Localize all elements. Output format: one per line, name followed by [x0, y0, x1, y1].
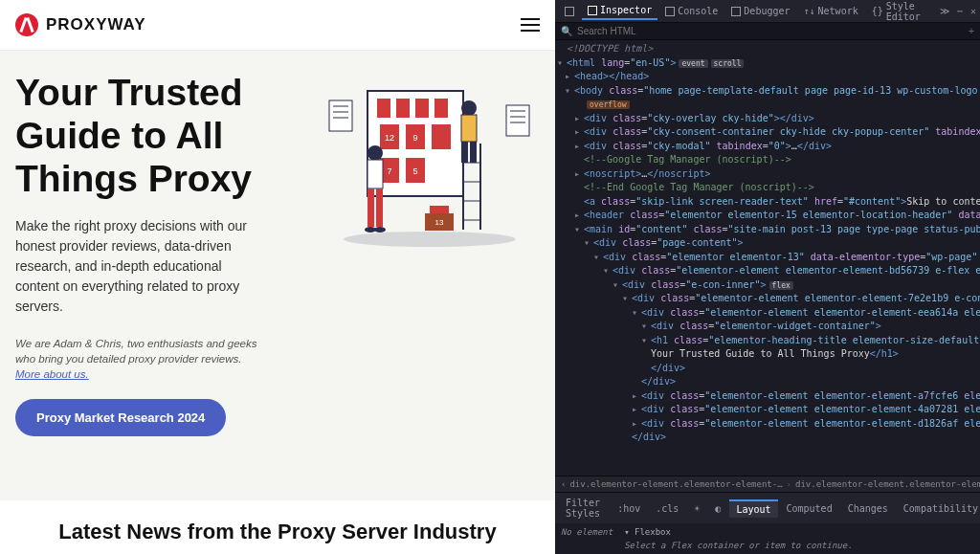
tree-node[interactable]: ▾<div class="elementor-element elementor…: [555, 306, 980, 321]
tree-node[interactable]: ▸<div class="elementor-element elementor…: [555, 389, 980, 404]
tree-node[interactable]: ▾<div class="elementor elementor-13" dat…: [555, 251, 980, 265]
news-section-title: Latest News from the Proxy Server Indust…: [0, 500, 555, 554]
tree-node[interactable]: ▾<body class="home page-template-default…: [555, 84, 980, 99]
tree-node[interactable]: ▸<div class="elementor-element elementor…: [555, 417, 980, 432]
tab-console[interactable]: Console: [659, 3, 724, 19]
tab-inspector[interactable]: Inspector: [582, 2, 657, 20]
svg-rect-9: [432, 124, 451, 149]
svg-text:7: 7: [387, 166, 391, 176]
hero-title: Your Trusted Guide to All Things Proxy: [15, 72, 301, 201]
devtools-bottom-panel: Filter Styles :hov .cls ☀ ◐ Layout Compu…: [555, 492, 980, 554]
btab-compat[interactable]: Compatibility: [897, 500, 980, 517]
svg-rect-3: [415, 99, 429, 118]
hero-illustration: 12 9 7 5: [320, 72, 540, 282]
hero-section: Your Trusted Guide to All Things Proxy M…: [0, 51, 555, 500]
svg-rect-18: [506, 105, 529, 136]
hero-subtext: We are Adam & Chris, two enthusiasts and…: [15, 336, 264, 382]
tree-node[interactable]: ▾<div class="e-con-inner">flex: [555, 278, 980, 293]
element-picker-icon[interactable]: [559, 4, 580, 19]
tree-node[interactable]: </div>: [555, 375, 980, 389]
svg-text:5: 5: [412, 166, 417, 176]
btab-changes[interactable]: Changes: [841, 500, 895, 517]
search-input[interactable]: [577, 26, 964, 36]
about-us-link[interactable]: More about us.: [15, 368, 89, 380]
tab-style-editor[interactable]: {} Style Editor: [866, 0, 932, 25]
market-research-button[interactable]: Proxy Market Research 2024: [15, 399, 226, 436]
filter-styles-label[interactable]: Filter Styles: [559, 495, 607, 521]
close-devtools-icon[interactable]: ✕: [970, 6, 976, 16]
svg-point-27: [374, 227, 386, 233]
svg-text:9: 9: [412, 133, 417, 143]
tree-node[interactable]: ▸<head></head>: [555, 70, 980, 84]
contrast-icon[interactable]: ◐: [708, 500, 727, 517]
svg-rect-36: [461, 142, 468, 163]
tree-node[interactable]: ▾<div class="elementor-widget-container"…: [555, 320, 980, 334]
svg-rect-4: [434, 99, 448, 118]
svg-rect-2: [396, 99, 410, 118]
flexbox-heading: ▾ Flexbox: [624, 527, 974, 537]
tree-node[interactable]: <!--End Google Tag Manager (noscript)-->: [555, 181, 980, 195]
hero-description: Make the right proxy decisions with our …: [15, 216, 264, 317]
cls-toggle[interactable]: .cls: [649, 500, 685, 517]
tree-node[interactable]: </div>: [555, 431, 980, 445]
svg-rect-1: [377, 99, 390, 118]
svg-rect-25: [376, 188, 383, 227]
tree-node[interactable]: ▸<header class="elementor elementor-15 e…: [555, 209, 980, 223]
svg-rect-35: [461, 115, 477, 142]
btab-layout[interactable]: Layout: [729, 499, 777, 518]
tree-node[interactable]: ▾<div class="elementor-element elementor…: [555, 292, 980, 306]
flexbox-message: Select a Flex container or item to conti…: [624, 541, 974, 550]
breadcrumb-item[interactable]: div.elementor-element.elementor-element-…: [795, 479, 980, 489]
tree-node[interactable]: ▸<noscript>…</noscript>: [555, 167, 980, 182]
no-element-label: No element: [555, 523, 618, 554]
tree-node[interactable]: ▾<main id="content" class="site-main pos…: [555, 223, 980, 237]
crumb-prev-icon[interactable]: ‹: [561, 479, 566, 489]
tree-node[interactable]: ▸<div class="elementor-element elementor…: [555, 403, 980, 417]
hov-toggle[interactable]: :hov: [611, 500, 647, 517]
devtools-pane: Inspector Console Debugger ↑↓ Network {}…: [555, 0, 980, 554]
devtools-toolbar: Inspector Console Debugger ↑↓ Network {}…: [555, 0, 980, 23]
tree-node[interactable]: ▾<div class="elementor-element elementor…: [555, 264, 980, 278]
tabs-overflow-icon[interactable]: ≫: [934, 3, 955, 19]
tree-node[interactable]: <!DOCTYPE html>: [555, 42, 980, 56]
website-pane: PROXYWAY Your Trusted Guide to All Thing…: [0, 0, 555, 554]
svg-text:12: 12: [385, 133, 394, 143]
tree-node[interactable]: <!--Google Tag Manager (noscript)-->: [555, 153, 980, 167]
svg-rect-14: [329, 100, 352, 131]
breadcrumb[interactable]: ‹ div.elementor-element.elementor-elemen…: [555, 476, 980, 492]
tree-node[interactable]: overflow: [555, 98, 980, 112]
hamburger-menu-icon[interactable]: [521, 18, 540, 32]
tree-node[interactable]: ▸<div class="cky-modal" tabindex="0">…</…: [555, 140, 980, 154]
svg-text:13: 13: [435, 218, 444, 227]
svg-rect-24: [368, 188, 374, 227]
tree-node[interactable]: <a class="skip-link screen-reader-text" …: [555, 195, 980, 210]
svg-rect-23: [368, 160, 383, 188]
tree-node[interactable]: ▾<html lang="en-US">eventscroll: [555, 56, 980, 71]
tree-node[interactable]: ▸<div class="cky-overlay cky-hide"></div…: [555, 112, 980, 126]
search-icon: 🔍: [561, 26, 572, 36]
logo-icon: [15, 13, 38, 36]
tree-node[interactable]: ▾<div class="page-content">: [555, 236, 980, 251]
svg-rect-39: [430, 206, 449, 213]
breadcrumb-item[interactable]: div.elementor-element.elementor-element-…: [569, 479, 782, 489]
svg-point-22: [368, 145, 383, 161]
tab-debugger[interactable]: Debugger: [725, 3, 795, 19]
search-bar: 🔍 +: [555, 23, 980, 40]
add-icon[interactable]: +: [969, 26, 974, 36]
logo[interactable]: PROXYWAY: [15, 13, 146, 36]
btab-computed[interactable]: Computed: [780, 500, 839, 517]
tree-node[interactable]: </div>: [555, 362, 980, 376]
more-menu-icon[interactable]: ⋯: [957, 6, 963, 16]
hero-subtext-pre: We are Adam & Chris, two enthusiasts and…: [15, 338, 256, 365]
tree-node[interactable]: Your Trusted Guide to All Things Proxy</…: [555, 347, 980, 362]
svg-point-34: [461, 100, 477, 116]
light-icon[interactable]: ☀: [687, 500, 706, 517]
svg-rect-37: [470, 142, 477, 163]
tree-node[interactable]: ▾<h1 class="elementor-heading-title elem…: [555, 334, 980, 348]
dom-tree[interactable]: <!DOCTYPE html>▾<html lang="en-US">event…: [555, 40, 980, 476]
tab-network[interactable]: ↑↓ Network: [798, 3, 864, 19]
tree-node[interactable]: ▸<div class="cky-consent-container cky-h…: [555, 125, 980, 140]
svg-point-41: [344, 232, 516, 247]
logo-text: PROXYWAY: [46, 15, 146, 34]
site-header: PROXYWAY: [0, 0, 555, 51]
